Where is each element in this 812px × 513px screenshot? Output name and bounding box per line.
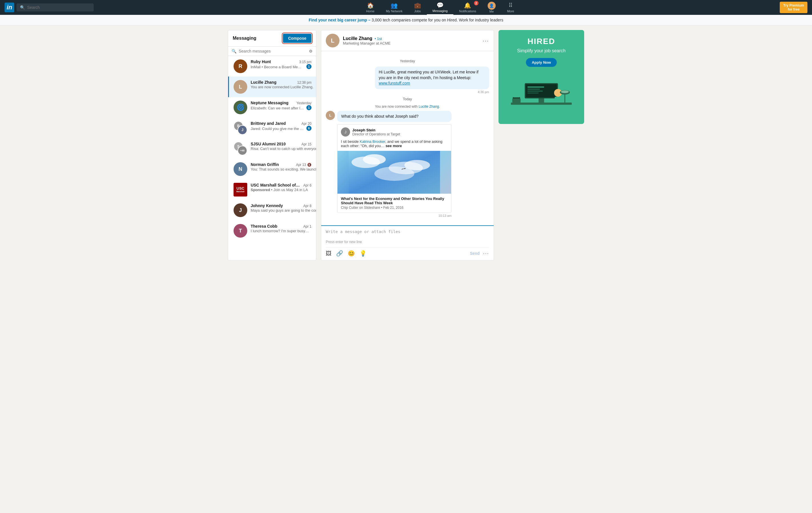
banner-text: 3,000 tech companies compete for you on …: [371, 18, 503, 22]
conversation-item[interactable]: S +48 SJSU Alumni 2010 Apr 15 Risa: Can'…: [228, 138, 316, 159]
banner-link[interactable]: Find your next big career jump –: [309, 18, 370, 22]
nav-notifications[interactable]: 🔔 2 Notifications: [454, 0, 482, 15]
conv-content: Neptune Messaging Yesterday Elizabeth: C…: [251, 101, 312, 114]
conversation-item[interactable]: R Ruby Hunt 3:15 pm InMail • Become a Bo…: [228, 56, 316, 77]
unread-badge: 6: [307, 126, 312, 131]
unread-badge: 1: [307, 105, 312, 110]
search-input[interactable]: [27, 5, 90, 10]
avatar-group: B J: [234, 121, 247, 135]
conv-preview: InMail • Become a Board Member for XYZ S…: [251, 65, 304, 69]
network-icon: 👥: [390, 2, 398, 9]
ad-title: HIRED: [505, 37, 577, 46]
conv-name: Norman Griffin: [251, 162, 279, 167]
conversation-item[interactable]: L Lucille Zhang 12:38 pm You are now con…: [228, 77, 316, 97]
nav-jobs[interactable]: 💼 Jobs: [408, 0, 427, 15]
avatar-group: S +48: [234, 142, 247, 155]
nav-network[interactable]: 👥 My Network: [380, 0, 408, 15]
ad-subtitle: Simplify your job search: [505, 48, 577, 53]
connection-name-link[interactable]: Lucille Zhang: [418, 105, 439, 109]
emoji-icon[interactable]: 😊: [348, 250, 355, 257]
conv-preview: You: That sounds so exciting. We launche…: [251, 167, 316, 171]
date-divider-today: Today: [326, 97, 489, 101]
svg-rect-11: [528, 89, 540, 90]
conversation-item[interactable]: J Johnny Kennedy Apr 8 Maya said you guy…: [228, 200, 316, 221]
idea-icon[interactable]: 💡: [359, 250, 367, 257]
conv-time: Apr 20: [301, 122, 312, 126]
premium-button[interactable]: Try Premium for free: [780, 2, 807, 13]
see-more-button[interactable]: see more: [385, 144, 402, 148]
compose-button[interactable]: Compose: [283, 34, 312, 43]
conversation-item[interactable]: T Theresa Cobb Apr 1 I lunch tomorrow? I…: [228, 221, 316, 241]
chat-contact-title: Marketing Manager at ACME: [343, 41, 483, 46]
ad-card: HIRED Simplify your job search Apply Now: [498, 30, 584, 124]
message-search-input[interactable]: [239, 49, 309, 53]
filter-icon[interactable]: ⚙: [309, 49, 313, 53]
chat-messages: Yesterday Hi Lucille, great meeting you …: [321, 51, 494, 225]
conv-content: Johnny Kennedy Apr 8 Maya said you guys …: [251, 203, 312, 217]
conv-name: USC Marshall School of…: [251, 183, 300, 188]
conversation-item[interactable]: 🌀 Neptune Messaging Yesterday Elizabeth:…: [228, 97, 316, 118]
search-icon: 🔍: [232, 49, 236, 53]
conv-time: Apr 6: [303, 183, 312, 188]
svg-rect-18: [513, 96, 519, 97]
chat-more-button[interactable]: ···: [483, 37, 489, 44]
conversation-item[interactable]: USC Marshall USC Marshall School of… Apr…: [228, 179, 316, 200]
nav-me[interactable]: 👤 Me: [482, 0, 501, 15]
conv-header: Neptune Messaging Yesterday: [251, 101, 312, 105]
conv-header: USC Marshall School of… Apr 6: [251, 183, 312, 188]
conv-preview: Maya said you guys are going to the conf…: [251, 208, 316, 212]
ad-apply-button[interactable]: Apply Now: [526, 58, 556, 67]
post-source: Chip Cutter on Slideshare • Feb 21, 2016: [341, 206, 448, 210]
search-bar[interactable]: 🔍: [17, 3, 94, 11]
conv-header: SJSU Alumni 2010 Apr 15: [251, 142, 312, 146]
message-more-button[interactable]: ···: [483, 251, 489, 256]
conv-time: Apr 13: [296, 163, 306, 167]
nav-messaging[interactable]: 💬 Messaging: [427, 0, 454, 15]
bubble-text: What do you think about what Joseph said…: [337, 111, 452, 122]
messaging-sidebar: Messaging Compose 🔍 ⚙ R Ruby Hunt 3:15 p…: [228, 30, 316, 260]
sender-avatar-small: L: [326, 111, 335, 120]
image-attach-icon[interactable]: 🖼: [326, 250, 331, 257]
desk-illustration: [505, 72, 577, 117]
send-button[interactable]: Send: [470, 251, 480, 256]
message-time: 10:13 am: [337, 214, 452, 217]
message-bubble: Hi Lucille, great meeting you at UXWeek.…: [375, 66, 489, 94]
linkedin-logo[interactable]: in: [5, 3, 14, 12]
conv-content: USC Marshall School of… Apr 6 Sponsored …: [251, 183, 312, 197]
connection-status: You are now connected with Lucille Zhang…: [326, 105, 489, 109]
nav-home-label: Home: [366, 9, 374, 13]
avatar: R: [234, 59, 247, 73]
nav-home[interactable]: 🏠 Home: [360, 0, 380, 15]
conv-header: Lucille Zhang 12:38 pm: [251, 80, 312, 85]
promo-banner: Find your next big career jump – 3,000 t…: [0, 15, 812, 25]
chat-contact-avatar: L: [326, 34, 340, 48]
avatar: J: [234, 203, 247, 217]
nav-more[interactable]: ⠿ More: [501, 0, 520, 15]
message-row: Hi Lucille, great meeting you at UXWeek.…: [326, 66, 489, 94]
main-content: Messaging Compose 🔍 ⚙ R Ruby Hunt 3:15 p…: [223, 30, 589, 260]
message-search-bar[interactable]: 🔍 ⚙: [228, 47, 316, 56]
mentioned-person-link[interactable]: Katrina Brooker: [360, 139, 385, 144]
conv-preview: I lunch tomorrow? I'm super busy…: [251, 229, 309, 233]
svg-rect-10: [528, 87, 544, 88]
chat-contact-name: Lucille Zhang • 1st: [343, 36, 483, 41]
conv-header: Brittney and Jared Apr 20: [251, 121, 312, 126]
svg-point-2: [363, 154, 386, 165]
conv-preview: Elizabeth: Can we meet after lunch tomor…: [251, 106, 304, 110]
post-image: [338, 151, 451, 194]
post-title: What's Next for the Economy and Other St…: [341, 197, 448, 205]
shared-post-title: Director of Operations at Target: [352, 132, 400, 136]
conv-name: SJSU Alumni 2010: [251, 142, 286, 146]
conv-name: Theresa Cobb: [251, 224, 277, 229]
message-input[interactable]: [326, 229, 489, 238]
link-icon[interactable]: 🔗: [336, 250, 343, 257]
message-link[interactable]: www.funstuff.com: [379, 81, 410, 85]
conversation-item[interactable]: N Norman Griffin Apr 13 🔇 You: That soun…: [228, 159, 316, 179]
conversation-item[interactable]: B J Brittney and Jared Apr 20 Jared: Cou…: [228, 118, 316, 138]
conv-header: Norman Griffin Apr 13 🔇: [251, 162, 312, 167]
ad-illustration: [505, 72, 577, 117]
conv-preview: Jared: Could you give me the address?: [251, 126, 304, 131]
chat-header-info: Lucille Zhang • 1st Marketing Manager at…: [343, 36, 483, 46]
grid-icon: ⠿: [509, 2, 513, 9]
svg-point-21: [561, 90, 569, 93]
